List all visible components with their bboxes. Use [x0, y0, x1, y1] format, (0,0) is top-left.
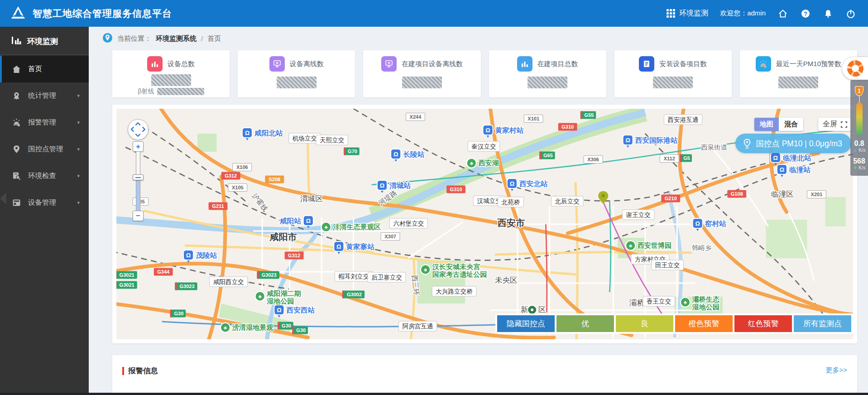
sidebar-item-check[interactable]: 环境检查▾ [0, 163, 89, 189]
map-type-hybrid[interactable]: 混合 [779, 118, 803, 131]
alarm-icon [756, 56, 771, 72]
town-label: 韩峪乡 [692, 244, 712, 251]
road-badge: G30 [278, 322, 293, 330]
metro-icon: Ω [695, 220, 700, 227]
map-pan-control[interactable] [128, 119, 149, 140]
road-badge: X105 [228, 184, 247, 192]
stat-card: 设备总数β射线 [112, 50, 230, 97]
download-speed-value: 568 [853, 157, 865, 165]
road-badge: G211 [209, 202, 228, 210]
station-marker[interactable]: Ω西安国际港站 [623, 135, 678, 148]
map-legend: 隐藏国控点优良橙色预警红色预警所有监测点 [495, 313, 853, 334]
park-label: 涝渭湿地景观 [232, 323, 273, 331]
station-marker[interactable]: Ω茂陵站 [183, 250, 217, 263]
pan-down-icon[interactable] [135, 131, 141, 137]
park-marker[interactable]: ♣西安世博园 [626, 241, 671, 250]
road-badge: G108 [727, 190, 746, 198]
speed-gradient-bar [856, 102, 863, 135]
station-marker[interactable]: Ω临潼站 [777, 164, 810, 177]
park-marker[interactable]: ♣西安湖 [467, 159, 499, 168]
pan-left-icon[interactable] [130, 126, 136, 132]
road-badge-text: G3023 [179, 284, 194, 289]
road-badge: G3023 [257, 271, 279, 279]
home-icon[interactable] [777, 8, 788, 19]
metro-icon: Ω [336, 243, 341, 250]
bell-icon[interactable] [823, 8, 834, 19]
road-badge-text: X201 [811, 192, 823, 197]
tree-icon: ♣ [424, 267, 427, 272]
check-icon [12, 172, 21, 181]
sidebar-item-stats[interactable]: 统计管理▾ [0, 82, 89, 109]
monitor-point-pin[interactable] [598, 191, 608, 204]
more-link[interactable]: 更多>> [825, 366, 847, 375]
stat-card-title: 设备离线数 [290, 60, 324, 68]
help-icon[interactable]: ? [800, 8, 811, 19]
stat-card-title: 在建项目总数 [537, 60, 578, 68]
road-badge-text: G211 [212, 203, 224, 209]
map-type-map[interactable]: 地图 [754, 118, 779, 131]
swirl-logo-icon [847, 60, 863, 77]
junction-label-text: 帽耳刘立交 [339, 273, 369, 280]
speed-widget-panel[interactable]: 1 0.8 ▲K/s 568 ▼K/s [850, 80, 868, 176]
junction-label-text: 秦汉立交 [471, 143, 496, 150]
widget-connector [859, 96, 860, 102]
road-badge: X112 [660, 155, 679, 163]
monitor-point-marker[interactable] [528, 305, 537, 314]
district-label: 区 [538, 305, 546, 314]
road-badge-text: G108 [731, 191, 743, 197]
map[interactable]: 咸阳市西安市渭城区未央区临潼区灞桥区新区西泉街道韩峪乡沪霍线河堤路西三环机场立交… [116, 109, 853, 339]
station-marker[interactable]: Ω长陵站 [391, 149, 424, 162]
zoom-slider-track[interactable] [136, 151, 140, 211]
legend-button-6[interactable]: 所有监测点 [794, 315, 851, 332]
station-marker[interactable]: Ω咸阳北站 [242, 128, 283, 140]
road-badge: G65 [539, 152, 555, 159]
legend-button-1[interactable]: 隐藏国控点 [497, 315, 555, 332]
legend-button-2[interactable]: 优 [556, 315, 614, 332]
sidebar-item-home[interactable]: 首页 [0, 56, 89, 82]
junction-label: 北辰立交 [551, 196, 583, 206]
sidebar-menu: 首页统计管理▾报警管理▾国控点管理▾环境检查▾设备管理▾ [0, 56, 89, 216]
station-label: 西安西站 [286, 306, 315, 314]
road-badge-text: X101 [528, 116, 539, 121]
sidebar-item-device[interactable]: 设备管理▾ [0, 189, 89, 216]
power-icon[interactable] [845, 8, 856, 19]
alarm-panel-title: 报警信息 [122, 366, 158, 376]
legend-button-4[interactable]: 橙色预警 [675, 315, 733, 332]
park-marker[interactable]: ♣涝渭湿地景观 [221, 323, 273, 332]
legend-button-3[interactable]: 良 [616, 315, 673, 332]
tree-icon: ♣ [470, 160, 473, 166]
speed-widget: 1 0.8 ▲K/s 568 ▼K/s [842, 57, 868, 176]
zoom-slider-thumb[interactable] [133, 174, 144, 180]
sidebar-item-station[interactable]: 国控点管理▾ [0, 136, 89, 163]
station-marker[interactable]: Ω西安北站 [507, 178, 548, 191]
park-label: 灞桥生态 [692, 295, 720, 303]
station-marker[interactable]: Ω西安西站 [274, 305, 315, 318]
road-badge-text: G3021 [120, 282, 134, 288]
chevron-down-icon: ▾ [77, 200, 80, 206]
station-marker[interactable]: Ω咸阳站 [279, 216, 313, 228]
breadcrumb-system[interactable]: 环境监测系统 [156, 34, 197, 43]
park-marker[interactable]: ♣咸阳湖二期湿地公园 [255, 289, 301, 305]
junction-label: 北苑桥 [498, 197, 523, 207]
breadcrumb-page[interactable]: 首页 [207, 34, 221, 43]
redacted-value [653, 77, 693, 88]
pan-right-icon[interactable] [140, 126, 146, 132]
module-switcher[interactable]: 环境监测 [667, 9, 708, 18]
sidebar-collapse-arrow[interactable] [0, 193, 6, 204]
station-marker[interactable]: Ω黄家村站 [483, 125, 523, 138]
zoom-out-button[interactable]: − [133, 211, 144, 221]
station-label: 西安国际港站 [635, 136, 678, 144]
zoom-in-button[interactable]: + [133, 141, 144, 152]
road-badge: X306 [584, 156, 603, 164]
junction-label: 田王立交 [652, 260, 683, 270]
junction-label-text: 北苑桥 [501, 199, 520, 206]
legend-button-5[interactable]: 红色预警 [734, 315, 792, 332]
stat-card: 在建项目总数 [489, 50, 606, 97]
pan-up-icon[interactable] [135, 122, 141, 128]
station-marker[interactable]: Ω窑村站 [693, 218, 726, 231]
speed-widget-logo-button[interactable] [842, 57, 868, 80]
sidebar-item-alarm[interactable]: 报警管理▾ [0, 109, 89, 136]
road-badge: G3023 [175, 283, 197, 290]
chevron-down-icon: ▾ [77, 146, 80, 152]
navbar-right: 环境监测 欢迎您：admin ? [667, 8, 856, 19]
